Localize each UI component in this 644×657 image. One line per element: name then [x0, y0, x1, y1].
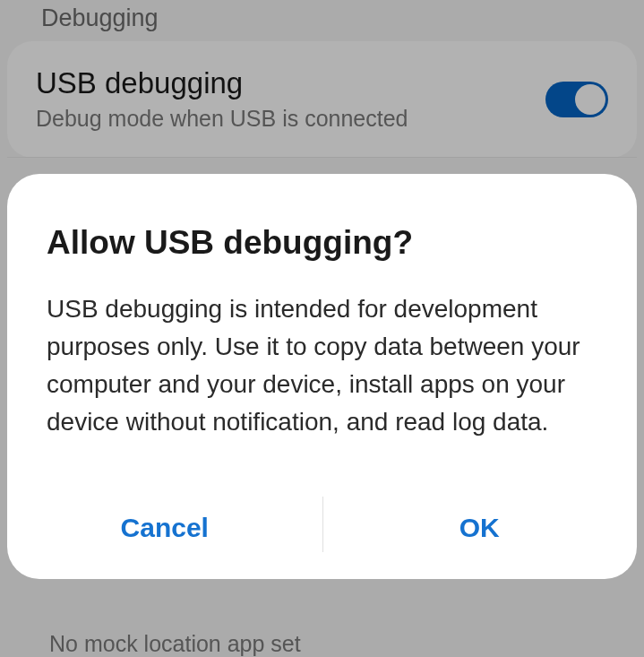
dialog-body: USB debugging is intended for developmen…	[7, 290, 637, 488]
confirmation-dialog: Allow USB debugging? USB debugging is in…	[7, 174, 637, 579]
button-divider	[322, 497, 323, 552]
dialog-buttons: Cancel OK	[7, 488, 637, 579]
cancel-button[interactable]: Cancel	[7, 502, 322, 554]
ok-button[interactable]: OK	[322, 502, 638, 554]
dialog-title: Allow USB debugging?	[7, 174, 637, 290]
